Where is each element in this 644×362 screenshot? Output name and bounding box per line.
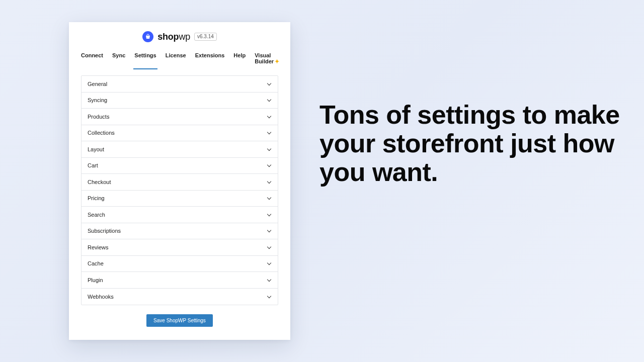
section-subscriptions[interactable]: Subscriptions <box>82 223 278 240</box>
section-label: Subscriptions <box>88 228 121 234</box>
section-webhooks[interactable]: Webhooks <box>82 289 278 305</box>
chevron-down-icon <box>267 228 272 233</box>
section-label: Search <box>88 212 105 218</box>
chevron-down-icon <box>267 196 272 201</box>
section-label: Cart <box>88 162 98 168</box>
section-collections[interactable]: Collections <box>82 125 278 142</box>
tab-label: Visual Builder <box>255 52 274 64</box>
chevron-down-icon <box>267 245 272 250</box>
section-plugin[interactable]: Plugin <box>82 272 278 289</box>
section-syncing[interactable]: Syncing <box>82 93 278 109</box>
tab-help[interactable]: Help <box>233 49 246 69</box>
tab-sync[interactable]: Sync <box>112 49 125 69</box>
chevron-down-icon <box>267 147 272 152</box>
brand-header: shopwp v6.3.14 <box>69 31 290 42</box>
tab-bar: Connect Sync Settings License Extensions… <box>69 49 290 69</box>
save-button[interactable]: Save ShopWP Settings <box>146 314 213 327</box>
section-pricing[interactable]: Pricing <box>82 191 278 207</box>
chevron-down-icon <box>267 212 272 217</box>
section-label: Plugin <box>88 277 103 283</box>
chevron-down-icon <box>267 179 272 185</box>
settings-panel: shopwp v6.3.14 Connect Sync Settings Lic… <box>69 22 290 340</box>
section-search[interactable]: Search <box>82 207 278 223</box>
chevron-down-icon <box>267 294 272 299</box>
section-reviews[interactable]: Reviews <box>82 239 278 256</box>
section-layout[interactable]: Layout <box>82 141 278 158</box>
chevron-down-icon <box>267 98 272 103</box>
section-label: Webhooks <box>88 294 114 300</box>
section-general[interactable]: General <box>82 76 278 93</box>
version-badge: v6.3.14 <box>194 33 217 41</box>
tab-settings[interactable]: Settings <box>134 49 156 69</box>
chevron-down-icon <box>267 163 272 168</box>
section-label: Cache <box>88 260 104 266</box>
chevron-down-icon <box>267 278 272 283</box>
section-label: Reviews <box>88 244 109 250</box>
section-cache[interactable]: Cache <box>82 256 278 273</box>
section-checkout[interactable]: Checkout <box>82 174 278 191</box>
section-products[interactable]: Products <box>82 109 278 125</box>
section-label: Checkout <box>88 179 111 185</box>
settings-sections: General Syncing Products Collections Lay… <box>81 75 278 305</box>
chevron-down-icon <box>267 81 272 86</box>
chevron-down-icon <box>267 261 272 266</box>
section-label: Collections <box>88 130 115 136</box>
chevron-down-icon <box>267 114 272 119</box>
save-button-wrap: Save ShopWP Settings <box>69 314 290 327</box>
section-cart[interactable]: Cart <box>82 158 278 174</box>
marketing-headline: Tons of settings to make your storefront… <box>319 101 624 187</box>
chevron-down-icon <box>267 130 272 135</box>
sparkle-icon: ✦ <box>275 58 279 64</box>
section-label: General <box>88 81 107 87</box>
section-label: Products <box>88 114 109 120</box>
section-label: Syncing <box>88 97 107 103</box>
stage: shopwp v6.3.14 Connect Sync Settings Lic… <box>0 0 644 362</box>
section-label: Layout <box>88 146 104 152</box>
brand-name: shopwp <box>157 32 190 42</box>
tab-license[interactable]: License <box>166 49 186 69</box>
tab-visual-builder[interactable]: Visual Builder✦ <box>255 49 279 69</box>
section-label: Pricing <box>88 195 105 201</box>
tab-connect[interactable]: Connect <box>81 49 103 69</box>
shopwp-logo-icon <box>142 31 153 42</box>
tab-extensions[interactable]: Extensions <box>195 49 225 69</box>
